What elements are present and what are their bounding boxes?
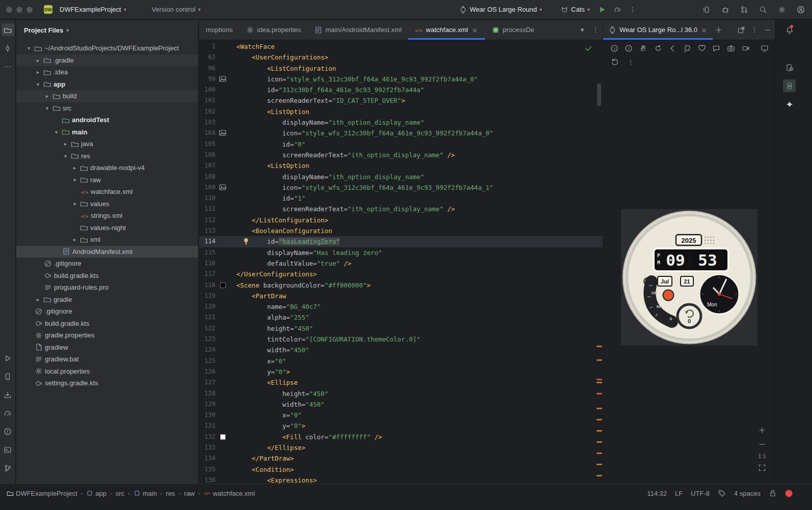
chevron-down-icon[interactable]: ▾ <box>70 201 79 207</box>
editor-tab-processdebug[interactable]: processDebug <box>485 20 534 40</box>
editor-tab-watchface-xml[interactable]: </>watchface.xml <box>408 20 484 40</box>
tree-item-local-properties[interactable]: local.properties <box>16 365 198 378</box>
rotary-button[interactable] <box>653 43 663 54</box>
project-panel-header[interactable]: Project Files ▾ <box>16 20 198 40</box>
mirror-device-button[interactable] <box>700 4 713 16</box>
tree-item-res[interactable]: ▾res <box>16 150 198 162</box>
chevron-right-icon[interactable]: ▸ <box>70 237 79 242</box>
editor-tab-main-androidmanifest-xml[interactable]: main/AndroidManifest.xml <box>308 20 409 40</box>
tree-item-java[interactable]: ▸java <box>16 138 198 150</box>
code-line-104[interactable]: 104 icon="style_wfs_312c30bf_f64a_461e_9… <box>199 128 603 138</box>
code-line-131[interactable]: 131 y="0"> <box>199 420 603 431</box>
warning-stripe-mark[interactable] <box>597 452 602 454</box>
run-configuration-selector[interactable]: Cats ▾ <box>557 4 593 16</box>
device-panel-options-icon[interactable]: ⋮ <box>750 26 759 34</box>
reset-button[interactable] <box>609 56 620 68</box>
screen-record-button[interactable] <box>760 43 770 54</box>
open-in-window-icon[interactable] <box>737 26 745 34</box>
profiler-button[interactable] <box>2 407 14 419</box>
camera-button[interactable] <box>726 43 736 54</box>
close-device-tab-icon[interactable] <box>700 26 708 34</box>
more-button[interactable] <box>2 60 14 73</box>
code-line-133[interactable]: 133 </Ellipse> <box>199 442 603 453</box>
run-button[interactable] <box>2 352 14 364</box>
add-device-tab-icon[interactable] <box>713 24 725 36</box>
video-button[interactable] <box>741 43 751 54</box>
code-line-128[interactable]: 128 height="450" <box>199 388 603 399</box>
code-line-116[interactable]: 116 defaultValue="true" /> <box>199 258 603 269</box>
tree-item-drawable-nodpi-v4[interactable]: ▸drawable-nodpi-v4 <box>16 162 198 174</box>
code-line-105[interactable]: 105 id="0" <box>199 139 603 150</box>
chevron-down-icon[interactable]: ▾ <box>24 45 33 51</box>
tree-item-gradle[interactable]: ▸gradle <box>16 294 198 306</box>
problems-button[interactable] <box>2 425 14 438</box>
warning-stripe-mark[interactable] <box>597 464 602 465</box>
code-line-125[interactable]: 125 x="0" <box>199 356 603 366</box>
tree-item-build[interactable]: ▸build <box>16 90 198 102</box>
code-line-115[interactable]: 115 displayName="Has leading zero" <box>199 247 603 258</box>
button-2-button[interactable]: 2 <box>624 43 634 54</box>
code-line-112[interactable]: 112 </ListConfiguration> <box>199 215 603 225</box>
chevron-right-icon[interactable]: ▸ <box>43 93 51 99</box>
warning-stripe-mark[interactable] <box>597 346 602 347</box>
line-ending[interactable]: LF <box>675 490 683 497</box>
editor-tab-moptions[interactable]: moptions <box>199 20 239 40</box>
warning-stripe-mark[interactable] <box>597 408 602 409</box>
code-line-135[interactable]: 135 <Condition> <box>199 464 603 475</box>
chevron-down-icon[interactable]: ▾ <box>70 177 79 183</box>
tree-item-xml[interactable]: ▸xml <box>16 234 198 246</box>
breadcrumb-item-main[interactable]: main <box>133 489 157 497</box>
code-line-124[interactable]: 124 width="450" <box>199 345 603 355</box>
tree-item-gitignore[interactable]: .gitignore <box>16 258 198 270</box>
zoom-out-button[interactable] <box>756 439 768 450</box>
code-line-120[interactable]: 120 name="BG_40c7" <box>199 301 603 312</box>
code-line-117[interactable]: 117</UserConfigurations> <box>199 269 603 279</box>
running-devices-button[interactable] <box>783 79 796 92</box>
chevron-right-icon[interactable]: ▸ <box>34 58 42 63</box>
button-1-button[interactable]: 1 <box>609 43 619 54</box>
tree-item-raw[interactable]: ▾raw <box>16 174 198 186</box>
color-swatch-white[interactable] <box>220 434 226 440</box>
code-line-96[interactable]: 96 <ListConfiguration <box>199 63 603 74</box>
breadcrumb-item-raw[interactable]: raw <box>184 490 195 497</box>
hide-panel-icon[interactable] <box>764 26 772 34</box>
tree-item-app[interactable]: ▾app <box>16 78 198 91</box>
tag-icon[interactable] <box>718 489 726 497</box>
tree-item-gradle-properties[interactable]: gradle.properties <box>16 329 198 342</box>
build-button[interactable] <box>2 388 14 401</box>
code-line-132[interactable]: 132 <Fill color="#ffffffff" /> <box>199 432 603 442</box>
code-line-114[interactable]: 114 id="hasLeadingZero" <box>199 236 603 247</box>
tree-item-androidtest[interactable]: androidTest <box>16 114 198 126</box>
error-indicator[interactable] <box>785 490 793 497</box>
warning-stripe-mark[interactable] <box>597 441 602 443</box>
notifications-button[interactable] <box>783 23 796 36</box>
tab-list-chevron-icon[interactable]: ▾ <box>578 26 586 34</box>
breadcrumb-item-dwfexampleproject[interactable]: DWFExampleProject <box>7 489 77 497</box>
tree-item-values[interactable]: ▾values <box>16 198 198 210</box>
breadcrumb-item-watchface-xml[interactable]: </>watchface.xml <box>204 489 255 497</box>
device-manager-button[interactable] <box>2 370 14 383</box>
palm-button[interactable] <box>638 43 648 54</box>
color-swatch-black[interactable] <box>220 282 226 288</box>
code-line-109[interactable]: 109 icon="style_wfs_312c30bf_f64a_461e_9… <box>199 182 603 193</box>
tree-item-src[interactable]: ▾src <box>16 102 198 115</box>
version-control-button[interactable] <box>2 462 14 474</box>
project-button[interactable] <box>2 23 14 36</box>
terminal-button[interactable] <box>2 443 14 456</box>
gemini-button[interactable] <box>783 98 796 110</box>
editor-tab-idea-properties[interactable]: idea.properties <box>239 20 308 40</box>
code-line-134[interactable]: 134 </PartDraw> <box>199 453 603 464</box>
warning-stripe-mark[interactable] <box>597 419 602 420</box>
editor-scrollbar[interactable] <box>597 83 601 106</box>
chevron-right-icon[interactable]: ▸ <box>34 297 42 302</box>
commit-button[interactable] <box>2 42 14 54</box>
tree-item-strings-xml[interactable]: </>strings.xml <box>16 210 198 222</box>
tree-item-settings-gradle-kts[interactable]: settings.gradle.kts <box>16 377 198 389</box>
tree-item-gradle[interactable]: ▸.gradle <box>16 54 198 67</box>
file-encoding[interactable]: UTF-8 <box>691 490 710 497</box>
back-button[interactable] <box>668 43 678 54</box>
more-run-options-icon[interactable]: ⋮ <box>627 4 639 16</box>
bug-report-button[interactable] <box>719 4 732 16</box>
device-selector[interactable]: Wear OS Large Round ▾ <box>456 4 545 16</box>
user-avatar-button[interactable] <box>795 4 807 16</box>
